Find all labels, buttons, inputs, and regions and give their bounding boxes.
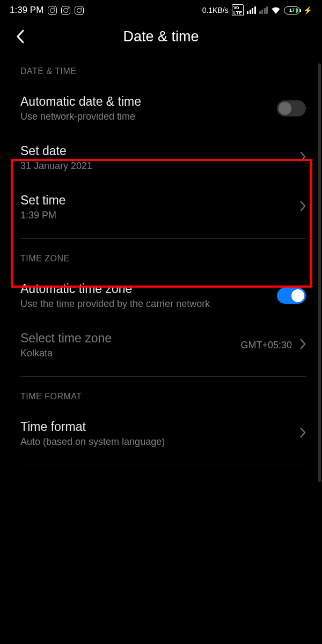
scrollbar[interactable] [318, 63, 321, 482]
charging-icon: ⚡ [303, 6, 312, 14]
chevron-right-icon [299, 151, 306, 164]
chevron-left-icon [16, 29, 25, 44]
section-label-format: TIME FORMAT [0, 383, 322, 409]
page-header: Date & time [0, 18, 322, 58]
row-auto-timezone[interactable]: Automatic time zone Use the time provide… [0, 271, 322, 320]
set-date-title: Set date [20, 144, 92, 158]
time-format-sub: Auto (based on system language) [20, 436, 165, 448]
select-timezone-sub: Kolkata [20, 348, 112, 359]
status-time: 1:39 PM [10, 5, 43, 16]
auto-timezone-sub: Use the time provided by the carrier net… [20, 298, 210, 310]
auto-datetime-title: Automatic date & time [20, 94, 141, 109]
row-auto-datetime[interactable]: Automatic date & time Use network-provid… [0, 84, 322, 133]
battery-icon: 17 [284, 6, 300, 14]
select-timezone-value: GMT+05:30 [240, 340, 292, 351]
signal-icon-sim2 [259, 6, 268, 14]
toggle-knob [291, 289, 304, 302]
instagram-icon [61, 6, 70, 15]
row-set-date[interactable]: Set date 31 January 2021 [0, 133, 322, 182]
select-timezone-title: Select time zone [20, 331, 112, 346]
status-left: 1:39 PM [10, 5, 84, 16]
set-time-title: Set time [20, 193, 65, 208]
chevron-right-icon [299, 201, 306, 214]
page-title: Date & time [0, 28, 322, 45]
signal-icon [247, 6, 256, 14]
instagram-icon [48, 6, 57, 15]
auto-datetime-sub: Use network-provided time [20, 111, 141, 122]
chevron-right-icon [299, 427, 306, 440]
section-label-timezone: TIME ZONE [0, 245, 322, 271]
battery-text: 17 [289, 8, 295, 13]
set-date-value: 31 January 2021 [20, 160, 92, 172]
net-speed: 0.1KB/s [202, 6, 229, 14]
wifi-icon [271, 6, 281, 14]
row-set-time[interactable]: Set time 1:39 PM [0, 182, 322, 232]
set-time-value: 1:39 PM [20, 210, 65, 221]
content: DATE & TIME Automatic date & time Use ne… [0, 58, 322, 465]
chevron-right-icon [299, 339, 306, 352]
time-format-title: Time format [20, 420, 165, 434]
row-select-timezone: Select time zone Kolkata GMT+05:30 [0, 320, 322, 370]
divider [20, 465, 306, 465]
toggle-knob [279, 102, 291, 115]
status-right: 0.1KB/s VoLTE 17 ⚡ [202, 4, 312, 16]
volte-icon: VoLTE [232, 4, 244, 16]
divider [20, 238, 306, 239]
auto-datetime-toggle[interactable] [277, 100, 306, 116]
auto-timezone-title: Automatic time zone [20, 282, 210, 296]
section-label-datetime: DATE & TIME [0, 58, 322, 84]
instagram-icon [75, 6, 84, 15]
auto-timezone-toggle[interactable] [277, 288, 306, 304]
status-bar: 1:39 PM 0.1KB/s VoLTE 17 ⚡ [0, 0, 322, 18]
back-button[interactable] [12, 28, 29, 45]
row-time-format[interactable]: Time format Auto (based on system langua… [0, 409, 322, 458]
divider [20, 376, 306, 377]
